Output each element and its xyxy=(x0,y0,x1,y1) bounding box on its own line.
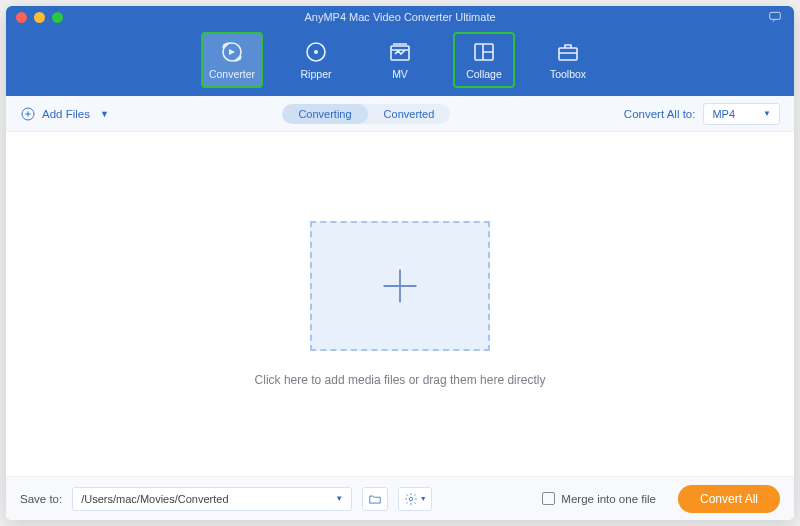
footer-bar: Save to: /Users/mac/Movies/Converted ▼ ▼… xyxy=(6,476,794,520)
gear-icon xyxy=(404,492,418,506)
nav-converter-label: Converter xyxy=(209,68,255,80)
add-files-label: Add Files xyxy=(42,108,90,120)
output-format-value: MP4 xyxy=(712,108,735,120)
converter-icon xyxy=(220,40,244,64)
merge-label: Merge into one file xyxy=(561,493,656,505)
ripper-icon xyxy=(304,40,328,64)
tab-converted[interactable]: Converted xyxy=(368,104,451,124)
svg-rect-6 xyxy=(559,48,577,60)
nav-converter[interactable]: Converter xyxy=(201,32,263,88)
app-window: AnyMP4 Mac Video Converter Ultimate Conv… xyxy=(6,6,794,520)
chevron-down-icon: ▼ xyxy=(763,109,771,118)
minimize-window-button[interactable] xyxy=(34,12,45,23)
drop-zone[interactable] xyxy=(310,221,490,351)
nav-ripper[interactable]: Ripper xyxy=(285,32,347,88)
save-path-select[interactable]: /Users/mac/Movies/Converted ▼ xyxy=(72,487,352,511)
settings-button[interactable]: ▼ xyxy=(398,487,432,511)
nav-ripper-label: Ripper xyxy=(301,68,332,80)
save-to-label: Save to: xyxy=(20,493,62,505)
collage-icon xyxy=(472,40,496,64)
chevron-down-icon: ▼ xyxy=(100,109,109,119)
window-title: AnyMP4 Mac Video Converter Ultimate xyxy=(6,11,794,23)
folder-icon xyxy=(368,492,382,506)
nav-collage-label: Collage xyxy=(466,68,502,80)
feedback-icon[interactable] xyxy=(768,10,782,24)
title-bar: AnyMP4 Mac Video Converter Ultimate xyxy=(6,6,794,28)
nav-toolbox[interactable]: Toolbox xyxy=(537,32,599,88)
svg-point-3 xyxy=(314,50,318,54)
plus-circle-icon xyxy=(20,106,36,122)
close-window-button[interactable] xyxy=(16,12,27,23)
zoom-window-button[interactable] xyxy=(52,12,63,23)
svg-point-8 xyxy=(409,497,413,501)
drop-hint-text: Click here to add media files or drag th… xyxy=(255,373,546,387)
plus-icon xyxy=(378,264,422,308)
checkbox-icon xyxy=(542,492,555,505)
output-format-select[interactable]: MP4 ▼ xyxy=(703,103,780,125)
chevron-down-icon: ▼ xyxy=(335,494,343,503)
nav-toolbox-label: Toolbox xyxy=(550,68,586,80)
chevron-down-icon: ▼ xyxy=(420,495,427,502)
add-files-button[interactable]: Add Files ▼ xyxy=(20,106,109,122)
toolbox-icon xyxy=(556,40,580,64)
open-folder-button[interactable] xyxy=(362,487,388,511)
content-stage: Click here to add media files or drag th… xyxy=(6,132,794,476)
sub-toolbar: Add Files ▼ Converting Converted Convert… xyxy=(6,96,794,132)
save-path-value: /Users/mac/Movies/Converted xyxy=(81,493,228,505)
convert-all-button[interactable]: Convert All xyxy=(678,485,780,513)
merge-checkbox[interactable]: Merge into one file xyxy=(542,492,656,505)
tab-converting[interactable]: Converting xyxy=(282,104,367,124)
nav-collage[interactable]: Collage xyxy=(453,32,515,88)
mv-icon xyxy=(388,40,412,64)
svg-rect-0 xyxy=(770,12,781,19)
status-segment: Converting Converted xyxy=(282,104,450,124)
traffic-lights xyxy=(16,12,63,23)
main-nav: Converter Ripper MV Collage Toolbox xyxy=(6,28,794,96)
convert-all-to-label: Convert All to: xyxy=(624,108,696,120)
nav-mv-label: MV xyxy=(392,68,408,80)
nav-mv[interactable]: MV xyxy=(369,32,431,88)
